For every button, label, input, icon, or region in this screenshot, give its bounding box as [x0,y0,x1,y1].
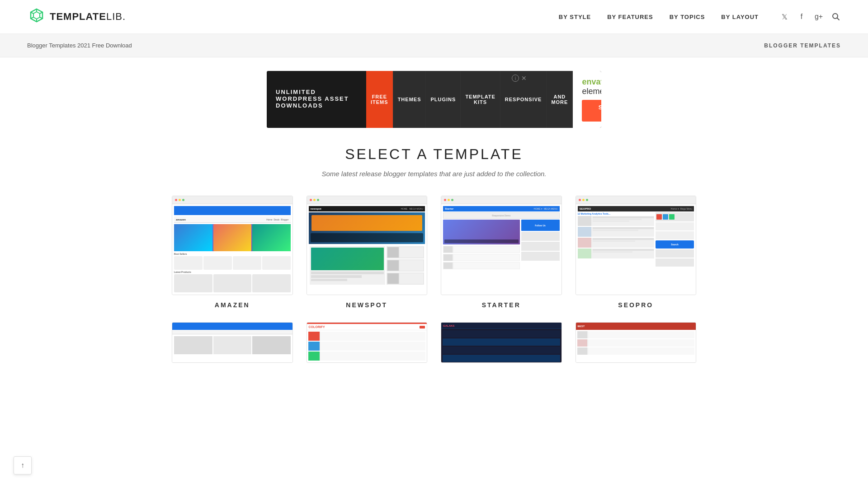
template-card-amazen[interactable]: amazen Home Deals Blogger Best Sellers [172,196,293,309]
template-preview-seopro: SEOPRO Home ▾ Mega Menu 12 Marketing Ana… [576,196,697,295]
nav-by-layout[interactable]: BY LAYOUT [721,14,759,20]
logo-icon [27,7,46,26]
main-content: i ✕ UNLIMITED WORDPRESS ASSET DOWNLOADS … [163,57,705,376]
twitter-icon[interactable]: 𝕏 [779,12,789,22]
social-icons: 𝕏 f g+ [779,12,841,22]
template-preview-best: BEST [576,322,697,363]
template-card-starter[interactable]: Starter HOME ▾ MEGA MENU Responsive Demo [441,196,562,309]
ad-btn-free-items[interactable]: FREE ITEMS [366,71,393,128]
ad-title: UNLIMITED WORDPRESS ASSET DOWNLOADS [276,89,357,109]
svg-line-9 [837,18,840,20]
ad-side: envato elements START NOW [573,71,601,128]
section-title: SELECT A TEMPLATE [172,146,696,163]
template-card-seopro[interactable]: SEOPRO Home ▾ Mega Menu 12 Marketing Ana… [576,196,697,309]
nav-by-style[interactable]: BY STYLE [559,14,591,20]
search-icon[interactable] [831,12,841,22]
template-preview-amazen: amazen Home Deals Blogger Best Sellers [172,196,293,295]
template-preview-colorify: COLORIFY [307,322,428,363]
ad-info-icon[interactable]: i [512,75,519,82]
template-card-newspot[interactable]: newspot HOME MEGA MENU [307,196,428,309]
template-preview-newspot: newspot HOME MEGA MENU [307,196,428,295]
ad-btn-plugins[interactable]: PLUGINS [426,71,461,128]
header: TEMPLATELIB. BY STYLE BY FEATURES BY TOP… [0,0,868,34]
envato-logo: envato elements [582,77,601,96]
nav-by-features[interactable]: BY FEATURES [607,14,653,20]
ad-title-area: UNLIMITED WORDPRESS ASSET DOWNLOADS [267,71,366,128]
nav-by-topics[interactable]: BY TOPICS [670,14,705,20]
main-nav: BY STYLE BY FEATURES BY TOPICS BY LAYOUT… [559,12,841,22]
template-card-supermag[interactable] [172,322,293,363]
template-name-amazen: AMAZEN [172,301,293,309]
template-card-best[interactable]: BEST [576,322,697,363]
breadcrumb-text: Blogger Templates 2021 Free Download [27,42,132,49]
template-grid-bottom: COLORIFY [172,322,696,363]
googleplus-icon[interactable]: g+ [814,12,824,22]
template-preview-supermag [172,322,293,363]
svg-marker-1 [33,12,40,19]
template-grid: amazen Home Deals Blogger Best Sellers [172,196,696,309]
breadcrumb-right: BLOGGER TEMPLATES [764,42,841,49]
facebook-icon[interactable]: f [797,12,807,22]
template-card-colorify[interactable]: COLORIFY [307,322,428,363]
ad-btn-and-more[interactable]: AND MORE [547,71,573,128]
template-card-galaks[interactable]: GALAKS [441,322,562,363]
start-now-button[interactable]: START NOW [582,100,601,122]
ad-btn-themes[interactable]: THEMES [393,71,426,128]
template-name-seopro: SEOPRO [576,301,697,309]
logo-text: TEMPLATELIB. [50,11,126,23]
template-name-newspot: NEWSPOT [307,301,428,309]
ad-close-icon[interactable]: ✕ [521,75,527,82]
breadcrumb-bar: Blogger Templates 2021 Free Download BLO… [0,34,868,57]
ad-buttons: FREE ITEMS THEMES PLUGINS TEMPLATE KITS … [366,71,573,128]
template-preview-galaks: GALAKS [441,322,562,363]
template-preview-starter: Starter HOME ▾ MEGA MENU Responsive Demo [441,196,562,295]
ad-btn-template-kits[interactable]: TEMPLATE KITS [461,71,500,128]
ad-banner: i ✕ UNLIMITED WORDPRESS ASSET DOWNLOADS … [267,71,601,128]
template-name-starter: STARTER [441,301,562,309]
logo[interactable]: TEMPLATELIB. [27,7,126,26]
section-subtitle: Some latest release blogger templates th… [172,170,696,178]
ad-info-icons: i ✕ [512,75,527,82]
